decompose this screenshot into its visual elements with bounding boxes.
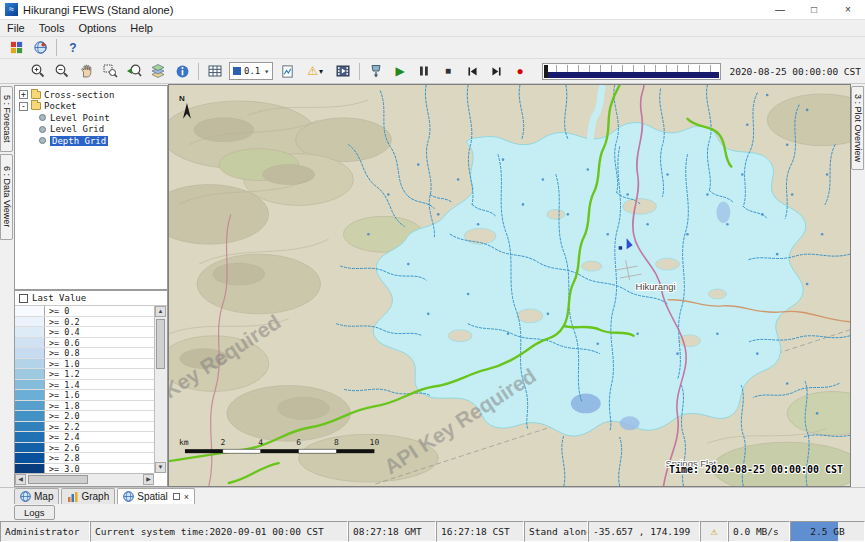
scrollbar-thumb[interactable] [28, 475, 88, 484]
tree-node-depth-grid[interactable]: Depth Grid [15, 135, 167, 147]
pan-button[interactable] [75, 61, 97, 81]
scale-tick: 4 [258, 438, 263, 447]
zoom-in-icon [30, 63, 46, 79]
legend-horizontal-scrollbar[interactable]: ◀ ▶ [15, 473, 154, 486]
legend-label: >= 1.8 [45, 401, 80, 411]
first-frame-button[interactable] [461, 61, 483, 81]
scroll-right-icon[interactable]: ▶ [143, 474, 154, 485]
legend-swatch [15, 464, 45, 474]
zoom-out-button[interactable] [51, 61, 73, 81]
menu-help[interactable]: Help [123, 22, 160, 34]
explorer-icon-button[interactable] [5, 38, 27, 58]
scroll-left-icon[interactable]: ◀ [15, 474, 26, 485]
close-tab-icon[interactable]: × [184, 492, 189, 502]
layer-node-icon [39, 114, 46, 121]
legend-swatch [15, 443, 45, 453]
timeline-slider[interactable] [542, 63, 721, 80]
globe-icon [123, 491, 134, 502]
last-frame-button[interactable] [485, 61, 507, 81]
title-bar: ≈ Hikurangi FEWS (Stand alone) — □ × [0, 0, 865, 20]
legend-swatch [15, 306, 45, 316]
tab-spatial[interactable]: Spatial × [117, 488, 195, 504]
layers-button[interactable] [147, 61, 169, 81]
scrollbar-thumb[interactable] [156, 319, 165, 369]
toolbar-separator [56, 39, 57, 56]
menu-options[interactable]: Options [71, 22, 123, 34]
status-warning-icon[interactable]: ⚠ [700, 521, 728, 542]
legend-vertical-scrollbar[interactable]: ▲ ▼ [154, 306, 167, 473]
info-button[interactable] [171, 61, 193, 81]
map-canvas[interactable]: API Key Required API Key Required Hikura… [168, 84, 851, 487]
zoom-previous-button[interactable] [123, 61, 145, 81]
maximize-button[interactable]: □ [797, 0, 831, 20]
legend-row: >= 0.4 [15, 327, 154, 338]
legend-swatch [15, 327, 45, 337]
collapse-icon[interactable]: - [19, 102, 28, 111]
scroll-down-icon[interactable]: ▼ [155, 462, 166, 473]
tree-node-pocket[interactable]: - Pocket [15, 101, 167, 113]
export-button[interactable] [365, 61, 387, 81]
tab-forecast[interactable]: 5 : Forecast [0, 86, 13, 152]
tab-plot-overview[interactable]: 3 : Plot Overview [851, 86, 864, 170]
layer-tree-panel: + Cross-section - Pocket Level Point Lev… [14, 85, 168, 290]
window-title: Hikurangi FEWS (Stand alone) [23, 4, 173, 16]
last-value-checkbox[interactable] [19, 294, 28, 303]
tree-node-level-point[interactable]: Level Point [15, 112, 167, 124]
zoom-previous-icon [126, 63, 142, 79]
tab-map[interactable]: Map [14, 488, 59, 504]
skip-last-icon [490, 65, 503, 78]
help-button[interactable]: ? [62, 38, 84, 58]
legend-row: >= 2.8 [15, 453, 154, 464]
profile-button[interactable] [276, 61, 298, 81]
legend-row: >= 3.0 [15, 464, 154, 474]
pan-hand-icon [78, 63, 94, 79]
status-coordinates: -35.657 , 174.199 [588, 521, 700, 542]
legend-swatch [15, 338, 45, 348]
scroll-up-icon[interactable]: ▲ [155, 306, 166, 317]
zoom-rectangle-button[interactable] [99, 61, 121, 81]
tab-graph-label: Graph [81, 491, 109, 502]
tree-node-level-grid[interactable]: Level Grid [15, 124, 167, 136]
help-icon: ? [69, 42, 76, 54]
detach-tab-icon[interactable] [173, 493, 180, 500]
tab-data-viewer[interactable]: 6 : Data Viewer [0, 154, 13, 240]
app-icon-glyph: ≈ [9, 4, 14, 14]
scale-unit: km [179, 438, 189, 447]
map-svg: API Key Required API Key Required Hikura… [169, 85, 850, 486]
scale-tick: 2 [220, 438, 225, 447]
legend-row: >= 0.8 [15, 348, 154, 359]
menu-file[interactable]: File [0, 22, 32, 34]
tab-forecast-label: 5 : Forecast [2, 95, 12, 143]
zoom-in-button[interactable] [27, 61, 49, 81]
legend-row: >= 0.6 [15, 338, 154, 349]
north-label: N [179, 94, 185, 103]
toolbar-separator [359, 63, 360, 80]
tree-node-cross-section[interactable]: + Cross-section [15, 89, 167, 101]
tree-node-label: Cross-section [44, 90, 114, 100]
status-gmt-time: 08:27:18 GMT [348, 521, 436, 542]
record-button[interactable]: ● [509, 61, 531, 81]
classification-select[interactable]: 0.1 ▾ [229, 62, 273, 80]
legend-row: >= 2.0 [15, 411, 154, 422]
classification-value: 0.1 [244, 66, 260, 76]
expand-icon[interactable]: + [19, 90, 28, 99]
tab-graph[interactable]: Graph [61, 488, 115, 504]
stop-button[interactable]: ■ [437, 61, 459, 81]
animation-button[interactable] [332, 61, 354, 81]
logs-button[interactable]: Logs [14, 505, 55, 520]
database-viewer-button[interactable] [29, 38, 51, 58]
thresholds-dropdown-button[interactable]: ⚠ ▾ [300, 61, 330, 81]
close-button[interactable]: × [831, 0, 865, 20]
show-grid-button[interactable] [204, 61, 226, 81]
legend-swatch [15, 432, 45, 442]
legend-label: >= 0.8 [45, 348, 80, 358]
legend-label: >= 0.2 [45, 317, 80, 327]
menu-tools[interactable]: Tools [32, 22, 72, 34]
pause-button[interactable] [413, 61, 435, 81]
tree-node-label-selected: Depth Grid [50, 136, 108, 146]
legend-label: >= 1.2 [45, 369, 80, 379]
timeline-handle[interactable] [544, 65, 548, 78]
zoom-out-icon [54, 63, 70, 79]
play-button[interactable]: ▶ [389, 61, 411, 81]
minimize-button[interactable]: — [763, 0, 797, 20]
